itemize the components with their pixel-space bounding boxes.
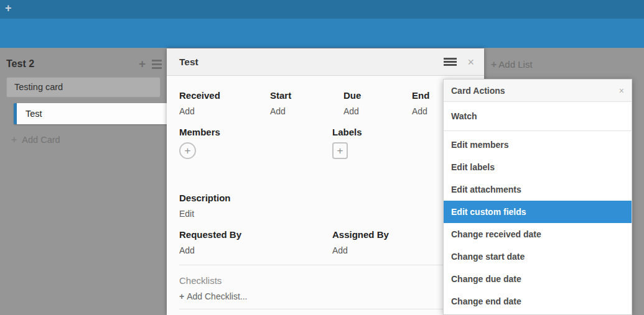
card-detail-body: Received Add Start Add Due Add End Add M… [167, 76, 484, 309]
requested-assigned-row: Requested By Add Assigned By Add [179, 229, 472, 256]
date-fields-row: Received Add Start Add Due Add End Add [179, 89, 472, 117]
list-header: Test 2 + [6, 57, 162, 71]
requested-by-label: Requested By [179, 229, 332, 240]
close-icon[interactable]: × [619, 86, 624, 96]
add-list-label: Add List [498, 59, 532, 70]
card-actions-menu-list: Edit members Edit labels Edit attachment… [444, 131, 632, 313]
section-divider [179, 265, 472, 265]
card-actions-title: Card Actions [451, 86, 619, 96]
menu-item-watch[interactable]: Watch [444, 102, 632, 131]
add-board-icon[interactable]: + [5, 2, 12, 15]
received-add-link[interactable]: Add [179, 106, 270, 117]
add-member-button[interactable]: + [179, 142, 196, 159]
menu-item-change-received-date[interactable]: Change received date [444, 223, 632, 245]
list-menu-icon[interactable] [152, 60, 162, 69]
plus-icon: + [491, 59, 497, 70]
field-start: Start Add [270, 89, 343, 117]
field-label: Start [270, 89, 343, 101]
field-members: Members + [179, 126, 332, 159]
start-add-link[interactable]: Add [270, 106, 343, 117]
add-card-button[interactable]: +Add Card [11, 134, 60, 145]
close-icon[interactable]: × [467, 57, 474, 68]
list-card-active[interactable]: Test [14, 103, 167, 124]
field-requested-by: Requested By Add [179, 229, 332, 256]
card-actions-popup-header: Card Actions × [444, 80, 632, 102]
board-header-bar [0, 19, 644, 48]
list-add-card-icon[interactable]: + [139, 58, 146, 70]
card-detail-title: Test [179, 57, 444, 68]
add-checklist-label: Add Checklist... [187, 291, 247, 301]
menu-item-edit-custom-fields[interactable]: Edit custom fields [444, 201, 632, 223]
checklists-section: Checklists +Add Checklist... [179, 275, 472, 301]
top-navigation-bar: + [0, 0, 644, 19]
card-detail-dialog: Test × Received Add Start Add Due Add En… [167, 48, 484, 315]
field-received: Received Add [179, 89, 270, 117]
add-label-button[interactable]: + [332, 142, 348, 159]
plus-icon: + [179, 291, 184, 301]
field-label: Due [343, 89, 412, 101]
list-card[interactable]: Testing card [6, 77, 161, 98]
field-label: Received [179, 89, 270, 101]
menu-item-edit-labels[interactable]: Edit labels [444, 156, 632, 178]
description-label: Description [179, 192, 472, 204]
members-label: Members [179, 126, 332, 138]
field-due: Due Add [343, 89, 412, 117]
requested-by-add-link[interactable]: Add [179, 245, 332, 256]
members-labels-row: Members + Labels + [179, 126, 472, 159]
section-divider [179, 309, 472, 309]
description-section: Description Edit [179, 192, 472, 219]
menu-item-change-due-date[interactable]: Change due date [444, 268, 632, 290]
add-checklist-button[interactable]: +Add Checklist... [179, 291, 472, 301]
description-edit-link[interactable]: Edit [179, 209, 472, 219]
menu-item-edit-members[interactable]: Edit members [444, 134, 632, 156]
card-actions-menu-icon[interactable] [444, 57, 457, 67]
list-title: Test 2 [6, 58, 139, 70]
add-list-button[interactable]: +Add List [491, 59, 533, 70]
card-detail-header: Test × [167, 48, 484, 76]
plus-icon: + [11, 134, 17, 145]
menu-item-change-end-date[interactable]: Change end date [444, 290, 632, 313]
menu-item-change-start-date[interactable]: Change start date [444, 245, 632, 268]
card-actions-popup: Card Actions × Watch Edit members Edit l… [443, 79, 632, 315]
checklists-label: Checklists [179, 275, 472, 286]
menu-item-edit-attachments[interactable]: Edit attachments [444, 178, 632, 201]
add-card-label: Add Card [22, 135, 60, 145]
due-add-link[interactable]: Add [343, 106, 412, 117]
